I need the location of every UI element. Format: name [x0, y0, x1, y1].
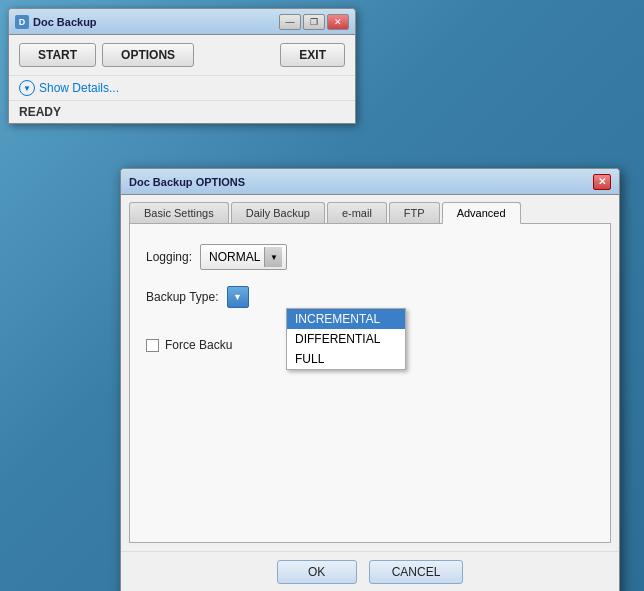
tab-daily-backup[interactable]: Daily Backup: [231, 202, 325, 224]
restore-button[interactable]: ❐: [303, 14, 325, 30]
logging-row: Logging: NORMAL ▼: [146, 244, 594, 270]
dropdown-item-full[interactable]: FULL: [287, 349, 405, 369]
dialog-buttons: OK CANCEL: [121, 551, 619, 591]
dropdown-item-differential[interactable]: DIFFERENTIAL: [287, 329, 405, 349]
backup-type-row: Backup Type: ▼: [146, 286, 594, 308]
dialog-close-button[interactable]: ✕: [593, 174, 611, 190]
dialog-titlebar: Doc Backup OPTIONS ✕: [121, 169, 619, 195]
app-icon: D: [15, 15, 29, 29]
dialog-title: Doc Backup OPTIONS: [129, 176, 593, 188]
tab-email[interactable]: e-mail: [327, 202, 387, 224]
main-title: Doc Backup: [33, 16, 279, 28]
dropdown-item-incremental[interactable]: INCREMENTAL: [287, 309, 405, 329]
cancel-button[interactable]: CANCEL: [369, 560, 464, 584]
minimize-button[interactable]: —: [279, 14, 301, 30]
logging-select[interactable]: NORMAL ▼: [200, 244, 287, 270]
logging-value: NORMAL: [205, 250, 264, 264]
main-toolbar: START OPTIONS EXIT: [9, 35, 355, 75]
options-button[interactable]: OPTIONS: [102, 43, 194, 67]
chevron-down-icon: ▼: [19, 80, 35, 96]
start-button[interactable]: START: [19, 43, 96, 67]
logging-label: Logging:: [146, 250, 192, 264]
options-dialog: Doc Backup OPTIONS ✕ Basic Settings Dail…: [120, 168, 620, 591]
tab-advanced[interactable]: Advanced: [442, 202, 521, 224]
status-text: READY: [19, 105, 61, 119]
status-bar: READY: [9, 101, 355, 123]
backup-type-dropdown-button[interactable]: ▼: [227, 286, 249, 308]
main-window-controls: — ❐ ✕: [279, 14, 349, 30]
ok-button[interactable]: OK: [277, 560, 357, 584]
logging-dropdown-arrow: ▼: [264, 247, 282, 267]
tab-content-advanced: Logging: NORMAL ▼ Backup Type: ▼ INCREME…: [129, 223, 611, 543]
main-window: D Doc Backup — ❐ ✕ START OPTIONS EXIT ▼ …: [8, 8, 356, 124]
tabs-bar: Basic Settings Daily Backup e-mail FTP A…: [121, 195, 619, 223]
backup-type-dropdown: INCREMENTAL DIFFERENTIAL FULL: [286, 308, 406, 370]
tab-ftp[interactable]: FTP: [389, 202, 440, 224]
force-backup-label: Force Backu: [165, 338, 232, 352]
backup-type-label: Backup Type:: [146, 290, 219, 304]
show-details-row[interactable]: ▼ Show Details...: [9, 75, 355, 101]
show-details-label: Show Details...: [39, 81, 119, 95]
main-titlebar: D Doc Backup — ❐ ✕: [9, 9, 355, 35]
tab-basic-settings[interactable]: Basic Settings: [129, 202, 229, 224]
exit-button[interactable]: EXIT: [280, 43, 345, 67]
close-button[interactable]: ✕: [327, 14, 349, 30]
force-backup-checkbox[interactable]: [146, 339, 159, 352]
